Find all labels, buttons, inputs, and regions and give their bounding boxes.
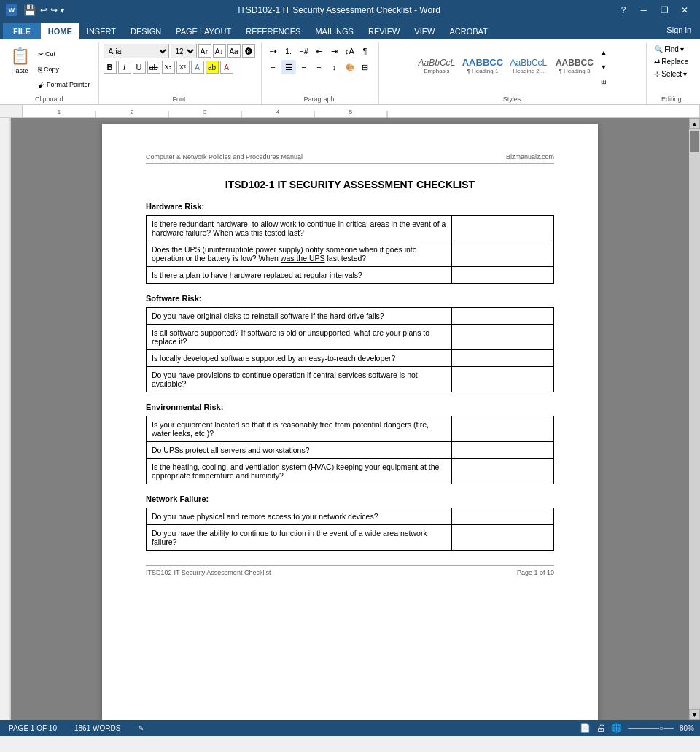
cut-button[interactable]: ✂Cut (36, 47, 93, 61)
multilevel-list-button[interactable]: ≡# (297, 44, 311, 58)
ribbon: 📋 Paste ✂Cut ⎘Copy 🖌Format Painter Clipb… (0, 39, 700, 105)
font-size-select[interactable]: 12 (171, 44, 197, 58)
scroll-thumb[interactable] (690, 131, 699, 152)
page-count-status[interactable]: PAGE 1 OF 10 (6, 724, 60, 733)
superscript-button[interactable]: X² (176, 61, 190, 74)
strikethrough-button[interactable]: ab (147, 61, 160, 74)
table-row: Does the UPS (uninterruptible power supp… (147, 241, 554, 267)
bold-button[interactable]: B (104, 61, 117, 74)
styles-down-arrow[interactable]: ▼ (599, 60, 609, 74)
copy-button[interactable]: ⎘Copy (36, 62, 93, 77)
env-q3: Is the heating, cooling, and ventilation… (147, 459, 452, 484)
clipboard-content: 📋 Paste ✂Cut ⎘Copy 🖌Format Painter (6, 42, 93, 96)
restore-btn[interactable]: ❐ (655, 3, 674, 18)
view-read-btn[interactable]: 📄 (580, 723, 591, 733)
software-a4 (452, 367, 554, 392)
font-family-select[interactable]: Arial (104, 44, 169, 58)
align-left-btn[interactable]: ≡ (266, 60, 281, 74)
section-hardware-heading: Hardware Risk: (146, 202, 554, 211)
font-row-2: B I U ab X₂ X² A ab A (104, 61, 233, 74)
increase-indent-btn[interactable]: ⇥ (327, 44, 342, 58)
paste-icon: 📋 (9, 45, 31, 67)
right-scrollbar[interactable]: ▲ ▼ (689, 118, 700, 720)
increase-font-btn[interactable]: A↑ (198, 44, 211, 58)
tab-design[interactable]: DESIGN (123, 23, 168, 39)
word-count-status[interactable]: 1861 WORDS (71, 724, 123, 733)
redo-btn[interactable]: ↪ (50, 5, 58, 15)
sort-btn[interactable]: ↕A (343, 44, 357, 58)
tab-references[interactable]: REFERENCES (238, 23, 308, 39)
style-heading3[interactable]: AABBCC ¶ Heading 3 (553, 44, 596, 88)
scroll-down-btn[interactable]: ▼ (689, 709, 700, 720)
close-btn[interactable]: ✕ (675, 3, 694, 18)
select-button[interactable]: ⊹ Select ▾ (651, 69, 690, 80)
replace-icon: ⇄ (654, 58, 660, 66)
edit-mode-icon[interactable]: ✎ (135, 724, 147, 733)
clear-format-btn[interactable]: 🅐 (242, 44, 255, 58)
table-row: Do you have physical and remote access t… (147, 508, 554, 525)
scroll-up-btn[interactable]: ▲ (689, 118, 700, 129)
styles-up-arrow[interactable]: ▲ (599, 45, 609, 60)
h1-preview: AABBCC (462, 57, 503, 68)
svg-text:3: 3 (203, 109, 207, 115)
justify-btn[interactable]: ≡ (312, 60, 327, 74)
view-web-btn[interactable]: 🌐 (611, 723, 622, 733)
tab-mailings[interactable]: MAILINGS (308, 23, 361, 39)
quick-save[interactable]: 💾 (23, 4, 36, 16)
tab-home[interactable]: HOME (41, 23, 79, 39)
align-center-btn[interactable]: ☰ (281, 60, 296, 74)
zoom-slider[interactable]: ──────○── (628, 724, 674, 732)
styles-content: AaBbCcL Emphasis AABBCC ¶ Heading 1 AaBb… (415, 42, 609, 96)
font-content: Arial 12 A↑ A↓ Aa 🅐 B I U ab X₂ X² A ab … (104, 42, 255, 96)
text-highlight-btn[interactable]: ab (206, 61, 219, 74)
style-heading2[interactable]: AaBbCcL Heading 2... (507, 44, 551, 88)
table-row: Is the heating, cooling, and ventilation… (147, 459, 554, 484)
sign-in-link[interactable]: Sign in (661, 23, 697, 37)
tab-review[interactable]: REVIEW (361, 23, 407, 39)
align-right-btn[interactable]: ≡ (297, 60, 311, 74)
title-left: W 💾 ↩ ↪ ▾ (6, 4, 64, 16)
line-spacing-btn[interactable]: ↕ (327, 60, 342, 74)
styles-scroll-arrows: ▲ ▼ ⊞ (599, 44, 609, 90)
tab-view[interactable]: VIEW (407, 23, 442, 39)
decrease-indent-btn[interactable]: ⇤ (312, 44, 327, 58)
subscript-button[interactable]: X₂ (162, 61, 175, 74)
scroll-area[interactable]: Computer & Network Policies and Procedur… (11, 118, 689, 720)
paste-button[interactable]: 📋 Paste (6, 44, 34, 76)
format-painter-button[interactable]: 🖌Format Painter (36, 77, 93, 92)
tab-insert[interactable]: INSERT (79, 23, 123, 39)
styles-expand-arrow[interactable]: ⊞ (599, 74, 609, 89)
find-button[interactable]: 🔍 Find ▾ (651, 44, 686, 55)
numbering-button[interactable]: 1. (281, 44, 296, 58)
tab-page-layout[interactable]: PAGE LAYOUT (168, 23, 238, 39)
bullets-button[interactable]: ≡• (266, 44, 281, 58)
borders-btn[interactable]: ⊞ (358, 60, 373, 74)
text-effect-btn[interactable]: A (191, 61, 204, 74)
help-btn[interactable]: ? (614, 3, 633, 18)
undo-btn[interactable]: ↩ (40, 5, 47, 15)
h2-preview: AaBbCcL (510, 58, 548, 68)
tab-file[interactable]: FILE (3, 23, 41, 39)
zoom-level[interactable]: 80% (680, 724, 694, 732)
italic-button[interactable]: I (118, 61, 131, 74)
net-q1: Do you have physical and remote access t… (147, 508, 452, 525)
shading-btn[interactable]: 🎨 (343, 60, 357, 74)
styles-group: AaBbCcL Emphasis AABBCC ¶ Heading 1 AaBb… (381, 42, 648, 104)
show-formatting-btn[interactable]: ¶ (358, 44, 373, 58)
font-color-btn[interactable]: A (220, 61, 233, 74)
view-print-btn[interactable]: 🖨 (596, 723, 605, 733)
cut-icon: ✂ (38, 50, 44, 58)
style-emphasis[interactable]: AaBbCcL Emphasis (415, 44, 459, 88)
find-label: Find (664, 45, 678, 53)
h1-label: ¶ Heading 1 (467, 68, 498, 74)
net-a1 (452, 508, 554, 525)
tab-acrobat[interactable]: ACROBAT (442, 23, 494, 39)
software-a3 (452, 350, 554, 367)
underline-button[interactable]: U (133, 61, 146, 74)
replace-button[interactable]: ⇄ Replace (651, 56, 691, 67)
decrease-font-btn[interactable]: A↓ (213, 44, 226, 58)
minimize-btn[interactable]: ─ (634, 3, 653, 18)
header-right: Bizmanualz.com (506, 153, 554, 160)
change-case-btn[interactable]: Aa (228, 44, 241, 58)
style-heading1[interactable]: AABBCC ¶ Heading 1 (461, 44, 505, 88)
